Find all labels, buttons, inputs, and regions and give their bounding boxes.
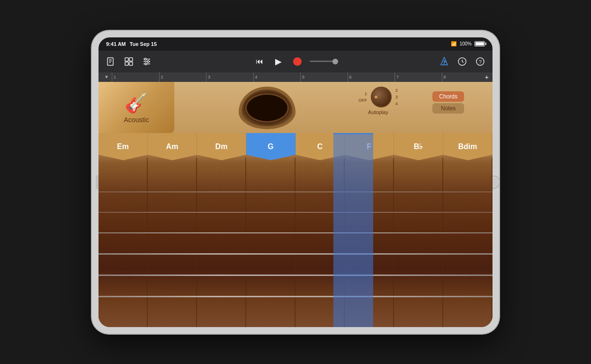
ipad-frame: 9:41 AM Tue Sep 15 📶 100% — [92, 31, 499, 334]
ruler-marks: 1 2 3 4 5 6 7 8 — [102, 72, 489, 82]
string-2 — [98, 212, 492, 213]
svg-rect-7 — [129, 62, 133, 65]
ruler-mark-3: 3 — [206, 72, 253, 82]
chord-bb[interactable]: B♭ — [394, 133, 443, 160]
autoplay-label-2: 2 — [395, 88, 398, 93]
chords-row: Em Am Dm G C F B♭ Bdim — [98, 133, 492, 160]
svg-rect-0 — [107, 58, 113, 65]
svg-line-19 — [462, 62, 464, 62]
autoplay-knob-area: 1 OFF 2 3 4 — [358, 87, 398, 107]
clock-button[interactable] — [456, 55, 469, 68]
string-4 — [98, 253, 492, 255]
svg-point-11 — [144, 58, 146, 60]
chord-dm[interactable]: Dm — [197, 133, 246, 160]
autoplay-knob[interactable] — [371, 87, 392, 107]
volume-thumb — [332, 59, 338, 64]
chords-button[interactable]: Chords — [432, 91, 464, 102]
ipad-screen: 9:41 AM Tue Sep 15 📶 100% — [98, 37, 492, 327]
chord-g[interactable]: G — [246, 133, 296, 160]
soundhole-area — [174, 82, 360, 134]
battery-icon — [475, 41, 485, 46]
ruler-mark-4: 4 — [253, 72, 301, 82]
svg-point-13 — [145, 63, 147, 65]
instrument-panel[interactable]: 🎸 Acoustic — [98, 82, 174, 134]
svg-rect-5 — [129, 58, 133, 61]
toolbar-center: ⏮ ▶ — [233, 55, 358, 68]
svg-point-12 — [147, 61, 149, 62]
ruler-mark-2: 2 — [159, 72, 206, 82]
svg-rect-6 — [125, 62, 128, 65]
instrument-name: Acoustic — [124, 116, 149, 124]
svg-text:?: ? — [479, 59, 482, 65]
autoplay-labels-left: 1 OFF — [358, 91, 367, 103]
date-display: Tue Sep 15 — [130, 41, 157, 47]
svg-rect-4 — [125, 58, 128, 61]
autoplay-labels-right: 2 3 4 — [395, 88, 398, 106]
new-song-button[interactable] — [104, 55, 117, 68]
status-left: 9:41 AM Tue Sep 15 — [106, 41, 157, 47]
play-button[interactable]: ▶ — [272, 55, 285, 68]
record-button[interactable] — [291, 55, 304, 68]
wifi-icon: 📶 — [451, 41, 457, 46]
string-6 — [98, 296, 492, 298]
autoplay-label-4: 4 — [395, 101, 398, 106]
ruler-mark-8: 8 — [442, 72, 489, 82]
volume-slider[interactable] — [310, 61, 338, 62]
metronome-button[interactable] — [438, 55, 451, 68]
rewind-button[interactable]: ⏮ — [253, 55, 266, 68]
playhead — [333, 133, 373, 327]
battery-fill — [475, 42, 484, 45]
string-5 — [98, 275, 492, 276]
string-3 — [98, 232, 492, 233]
autoplay-label-1: 1 — [365, 91, 367, 96]
ruler-mark-6: 6 — [348, 72, 395, 82]
tracks-button[interactable] — [122, 55, 135, 68]
soundhole-inner — [245, 93, 289, 123]
ruler-mark-7: 7 — [394, 72, 442, 82]
string-1 — [98, 192, 492, 192]
help-button[interactable]: ? — [474, 55, 487, 68]
guitar-icon: 🎸 — [125, 92, 148, 114]
strings-container — [98, 162, 492, 327]
chord-am[interactable]: Am — [148, 133, 197, 160]
autoplay-label-3: 3 — [395, 95, 398, 99]
chord-notes-toggle: Chords Notes — [432, 91, 464, 114]
main-content: 🎸 Acoustic 1 OFF — [98, 82, 492, 327]
ruler-mark-1: 1 — [112, 72, 159, 82]
autoplay-text: Autoplay — [368, 109, 388, 115]
add-track-button[interactable]: + — [485, 73, 489, 81]
ruler-mark-5: 5 — [300, 72, 348, 82]
status-bar: 9:41 AM Tue Sep 15 📶 100% — [98, 37, 492, 51]
status-right: 📶 100% — [451, 41, 485, 46]
toolbar-right: ? — [362, 55, 487, 68]
fretboard — [98, 134, 492, 327]
chord-em[interactable]: Em — [98, 133, 148, 160]
notes-button[interactable]: Notes — [432, 103, 464, 114]
record-icon — [293, 57, 302, 66]
time-display: 9:41 AM — [106, 41, 126, 47]
battery-display: 100% — [459, 41, 472, 46]
timeline-ruler: ▼ 1 2 3 4 5 6 7 8 + — [98, 72, 492, 82]
soundhole — [239, 87, 296, 129]
autoplay-knob-dot — [375, 96, 377, 98]
settings-button[interactable] — [140, 55, 153, 68]
chord-bdim[interactable]: Bdim — [443, 133, 492, 160]
autoplay-label-off: OFF — [358, 98, 367, 103]
autoplay-area: 1 OFF 2 3 4 Autoplay — [358, 87, 398, 115]
toolbar: ⏮ ▶ — [98, 51, 492, 72]
toolbar-left — [104, 55, 229, 68]
